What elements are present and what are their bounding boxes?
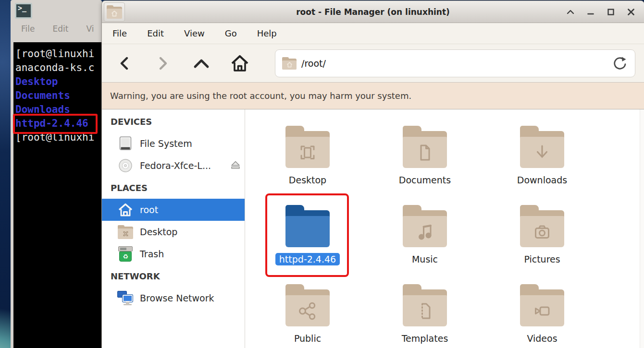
back-button[interactable] — [109, 49, 140, 77]
menu-go[interactable]: Go — [225, 28, 237, 38]
home-icon — [230, 54, 249, 72]
file-grid: Desktop — [249, 123, 601, 348]
shade-icon — [566, 9, 575, 15]
sidebar-item-desktop[interactable]: Desktop — [102, 221, 245, 243]
file-label: Desktop — [289, 174, 326, 186]
sidebar-header-network: NETWORK — [102, 265, 245, 287]
trash-icon: ♻ — [117, 246, 134, 262]
file-label-selected: httpd-2.4.46 — [275, 253, 340, 265]
terminal-menu-view[interactable]: Vi — [86, 24, 94, 34]
sidebar-item-label: Browse Network — [140, 293, 214, 303]
terminal-prompt-icon[interactable]: >_ — [15, 3, 32, 19]
menubar: File Edit View Go Help — [102, 23, 644, 44]
file-item-music[interactable]: Music — [374, 202, 475, 281]
file-view: Desktop — [245, 109, 644, 348]
terminal-line: Downloads — [15, 103, 102, 117]
terminal-line-httpd: httpd-2.4.46 — [15, 117, 102, 131]
terminal-line: [root@linuxhi — [15, 47, 102, 61]
root-warning-bar: Warning, you are using the root account,… — [102, 83, 644, 109]
path-entry[interactable]: /root/ — [275, 49, 635, 77]
terminal-menu-file[interactable]: File — [21, 24, 35, 34]
folder-templates-icon — [403, 284, 447, 326]
file-label: Public — [294, 332, 321, 345]
folder-documents-icon — [403, 126, 447, 168]
folder-videos-icon — [520, 284, 564, 326]
folder-downloads-icon — [520, 126, 564, 168]
folder-desktop-icon — [117, 225, 134, 239]
refresh-button[interactable] — [611, 55, 628, 72]
file-item-public[interactable]: Public — [257, 281, 358, 348]
file-item-desktop[interactable]: Desktop — [257, 123, 358, 202]
terminal-menu-edit[interactable]: Edit — [52, 24, 68, 34]
window-body: DEVICES File System — [102, 109, 644, 348]
sidebar-item-label: File System — [140, 138, 192, 149]
terminal-screen[interactable]: [root@linuxhi anaconda-ks.c Desktop Docu… — [13, 42, 102, 348]
refresh-icon — [612, 56, 627, 71]
path-folder-icon — [282, 57, 297, 70]
menu-edit[interactable]: Edit — [147, 28, 164, 38]
window-title: root - File Manager (on linuxhint) — [102, 7, 644, 17]
sidebar: DEVICES File System — [102, 109, 245, 348]
file-item-downloads[interactable]: Downloads — [492, 123, 593, 202]
terminal-line: Documents — [15, 89, 102, 103]
cd-disc-icon — [117, 158, 134, 173]
sidebar-item-trash[interactable]: ♻ Trash — [102, 243, 245, 265]
terminal-window: >_ File Edit Vi [root@linuxhi anaconda-k… — [11, 0, 102, 348]
folder-selected-blue-icon — [285, 205, 330, 247]
forward-button[interactable] — [147, 49, 179, 77]
terminal-line: [root@linuxhi — [15, 131, 102, 144]
file-label: Templates — [402, 332, 448, 345]
maximize-icon — [607, 8, 615, 16]
maximize-button[interactable] — [605, 6, 617, 18]
folder-pictures-icon — [520, 205, 564, 247]
file-item-httpd-2.4.46[interactable]: httpd-2.4.46 — [257, 202, 358, 281]
file-label: Pictures — [524, 253, 560, 265]
warning-text: Warning, you are using the root account,… — [110, 91, 411, 101]
sidebar-item-root[interactable]: root — [102, 199, 245, 221]
sidebar-item-fedora-cd[interactable]: Fedora-Xfce-L... — [102, 155, 245, 177]
network-monitors-icon — [117, 291, 134, 305]
terminal-menubar: File Edit Vi — [11, 24, 94, 34]
home-button[interactable] — [224, 49, 256, 77]
menu-help[interactable]: Help — [257, 28, 277, 38]
up-icon — [193, 57, 210, 70]
up-button[interactable] — [186, 49, 217, 77]
file-label: Music — [412, 253, 438, 265]
titlebar: root - File Manager (on linuxhint) — [102, 1, 644, 23]
sidebar-header-devices: DEVICES — [102, 110, 245, 132]
minimize-icon — [587, 9, 594, 15]
toolbar: /root/ — [102, 44, 644, 83]
home-icon — [117, 202, 134, 217]
menu-view[interactable]: View — [184, 28, 205, 38]
sidebar-item-label: Trash — [140, 249, 164, 259]
sidebar-item-label: Fedora-Xfce-L... — [140, 160, 211, 171]
terminal-line: anaconda-ks.c — [15, 61, 102, 75]
sidebar-header-places: PLACES — [102, 177, 245, 199]
sidebar-item-browse-network[interactable]: Browse Network — [102, 287, 245, 309]
menu-file[interactable]: File — [112, 28, 127, 38]
sidebar-item-file-system[interactable]: File System — [102, 132, 245, 155]
minimize-button[interactable] — [584, 6, 597, 18]
sidebar-item-label: Desktop — [140, 227, 177, 237]
close-button[interactable] — [625, 6, 637, 18]
sidebar-item-label: root — [140, 204, 158, 215]
forward-icon — [156, 56, 170, 71]
window-controls — [564, 6, 644, 18]
file-label: Downloads — [517, 174, 567, 186]
vertical-scrollbar[interactable] — [640, 109, 644, 348]
close-icon — [627, 8, 635, 16]
file-item-pictures[interactable]: Pictures — [492, 202, 593, 281]
shade-button[interactable] — [564, 6, 577, 18]
hard-drive-icon — [117, 136, 134, 151]
eject-button[interactable] — [230, 160, 241, 171]
home-glyph — [286, 62, 293, 68]
path-text: /root/ — [301, 58, 326, 69]
folder-desktop-icon — [285, 126, 330, 168]
file-item-templates[interactable]: Templates — [374, 281, 475, 348]
file-label: Documents — [399, 174, 451, 186]
file-item-videos[interactable]: Videos — [492, 281, 593, 348]
file-item-documents[interactable]: Documents — [374, 123, 475, 202]
terminal-line: Desktop — [15, 75, 102, 89]
folder-public-icon — [285, 284, 330, 326]
folder-music-icon — [403, 205, 447, 247]
